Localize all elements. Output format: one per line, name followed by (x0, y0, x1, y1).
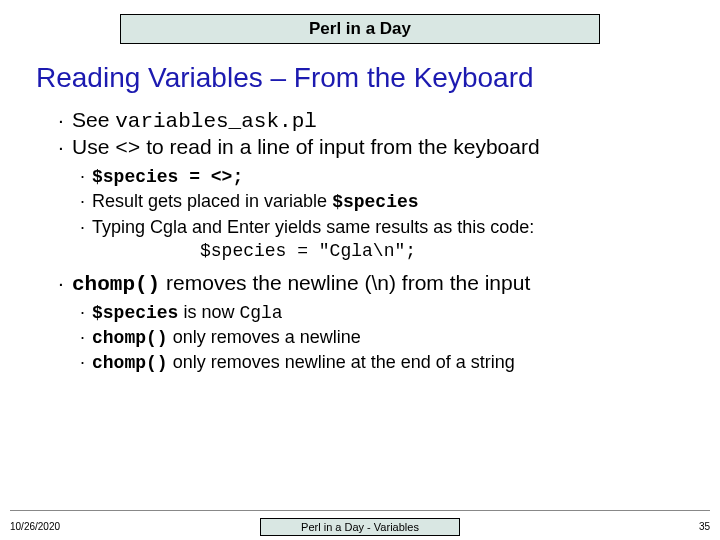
sub-chomp-end-code: chomp() (92, 353, 168, 373)
bullet-chomp: ·chomp() removes the newline (\n) from t… (58, 271, 700, 296)
sub-result-pre: Result gets placed in variable (92, 191, 332, 211)
header-box: Perl in a Day (120, 14, 600, 44)
slide-title: Reading Variables – From the Keyboard (36, 62, 720, 94)
sub-species-now: ·$species is now Cgla (80, 300, 700, 325)
sub-species-assign: ·$species = <>; (80, 164, 700, 189)
sub-species-now-code1: $species (92, 303, 178, 323)
chomp-subgroup: ·$species is now Cgla ·chomp() only remo… (80, 300, 700, 376)
sub-typing: ·Typing Cgla and Enter yields same resul… (80, 215, 700, 239)
bullet-chomp-code: chomp() (72, 273, 160, 296)
sub-chomp-newline-post: only removes a newline (168, 327, 361, 347)
footer-box: Perl in a Day - Variables (260, 518, 460, 536)
sub-chomp-end-post: only removes newline at the end of a str… (168, 352, 515, 372)
footer-center-wrap: Perl in a Day - Variables (160, 517, 560, 536)
slide-content: ·See variables_ask.pl ·Use <> to read in… (58, 108, 700, 376)
bullet-use: ·Use <> to read in a line of input from … (58, 135, 700, 160)
sub-species-now-code2: Cgla (239, 303, 282, 323)
sub-result: ·Result gets placed in variable $species (80, 189, 700, 214)
code-line-species: $species = "Cgla\n"; (200, 241, 700, 261)
sub-chomp-newline-code: chomp() (92, 328, 168, 348)
header-text: Perl in a Day (309, 19, 411, 38)
sub-typing-text: Typing Cgla and Enter yields same result… (92, 217, 534, 237)
bullet-use-post: to read in a line of input from the keyb… (140, 135, 539, 158)
footer-page-number: 35 (560, 521, 710, 532)
bullet-use-pre: Use (72, 135, 115, 158)
footer-divider (10, 510, 710, 511)
bullet-use-code: <> (115, 137, 140, 160)
sub-chomp-end: ·chomp() only removes newline at the end… (80, 350, 700, 375)
sub-chomp-newline: ·chomp() only removes a newline (80, 325, 700, 350)
sub-species-now-mid: is now (178, 302, 239, 322)
bullet-see-pre: See (72, 108, 115, 131)
footer-date: 10/26/2020 (10, 521, 160, 532)
use-subgroup: ·$species = <>; ·Result gets placed in v… (80, 164, 700, 261)
footer: 10/26/2020 Perl in a Day - Variables 35 (0, 510, 720, 540)
footer-row: 10/26/2020 Perl in a Day - Variables 35 (0, 517, 720, 540)
bullet-see-code: variables_ask.pl (115, 110, 317, 133)
sub-result-code: $species (332, 192, 418, 212)
bullet-see: ·See variables_ask.pl (58, 108, 700, 133)
sub-species-assign-code: $species = <>; (92, 167, 243, 187)
bullet-chomp-post: removes the newline (\n) from the input (160, 271, 530, 294)
